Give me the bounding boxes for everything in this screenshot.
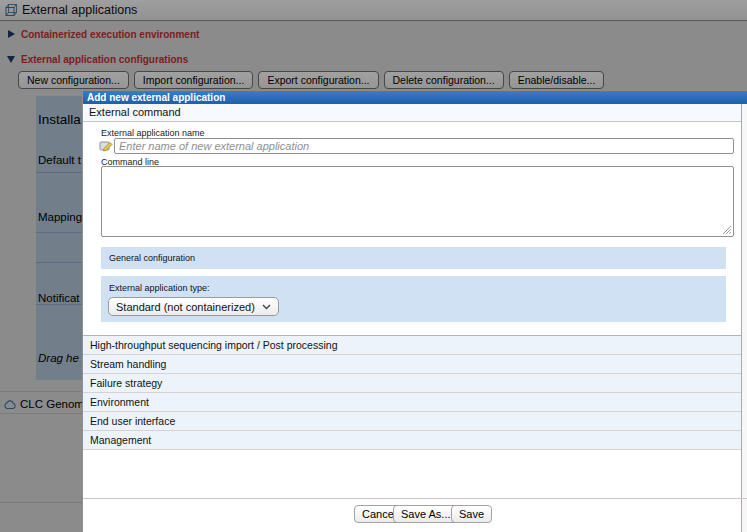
accordion-section-environment[interactable]: Environment — [83, 393, 741, 412]
edit-name-icon — [99, 139, 113, 153]
accordion-section-htseq-import[interactable]: High-throughput sequencing import / Post… — [83, 336, 741, 355]
application-name-label: External application name — [101, 128, 205, 138]
general-configuration-header: General configuration — [101, 247, 726, 269]
resize-grip-icon[interactable] — [721, 224, 732, 235]
accordion-section-failure-strategy[interactable]: Failure strategy — [83, 374, 741, 393]
application-type-panel: External application type: Standard (not… — [101, 276, 726, 322]
application-name-input[interactable] — [114, 138, 734, 154]
screen: External applications Containerized exec… — [0, 0, 747, 532]
save-button[interactable]: Save — [451, 505, 492, 523]
dialog-titlebar: Add new external application — [83, 91, 747, 104]
accordion-section-management[interactable]: Management — [83, 431, 741, 450]
application-type-label: External application type: — [109, 283, 210, 293]
application-type-value: Standard (not containerized) — [116, 301, 255, 313]
accordion-section-stream-handling[interactable]: Stream handling — [83, 355, 741, 374]
dialog-right-gutter — [741, 104, 747, 532]
dialog-accordion: High-throughput sequencing import / Post… — [83, 335, 741, 450]
chevron-down-icon — [262, 304, 271, 310]
dialog-title: Add new external application — [87, 92, 225, 103]
save-as-button[interactable]: Save As... — [393, 505, 459, 523]
accordion-section-end-user-interface[interactable]: End user interface — [83, 412, 741, 431]
dialog-footer-separator — [83, 498, 747, 499]
external-command-section-header[interactable]: External command — [83, 104, 741, 122]
command-line-textarea[interactable] — [101, 166, 734, 237]
dialog-body: External command External application na… — [83, 104, 747, 532]
add-application-dialog: Add new external application External co… — [82, 91, 747, 532]
application-type-select[interactable]: Standard (not containerized) — [108, 297, 279, 316]
command-line-field — [101, 166, 734, 237]
